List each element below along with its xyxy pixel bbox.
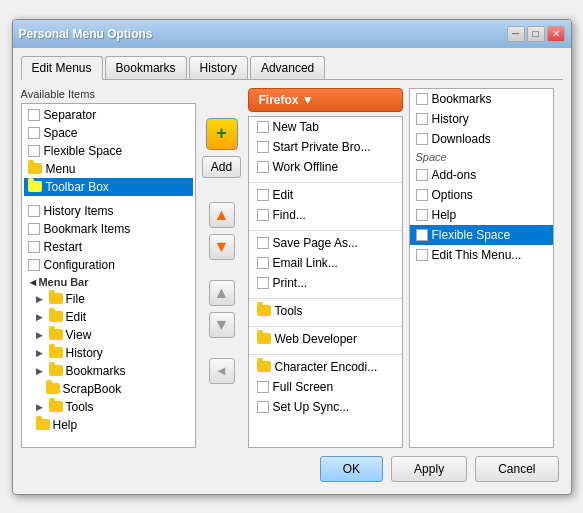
tree-item-help[interactable]: Help (24, 416, 193, 434)
maximize-button[interactable]: □ (527, 26, 545, 42)
check-icon (416, 209, 428, 221)
folder-icon (46, 383, 60, 394)
list-item-restart[interactable]: Restart (24, 238, 193, 256)
check-icon (416, 113, 428, 125)
tab-history[interactable]: History (189, 56, 248, 79)
arrow-icon: ▶ (36, 330, 46, 340)
check-icon (257, 141, 269, 153)
list-item-menu[interactable]: Menu (24, 160, 193, 178)
middle-controls: + Add ▲ ▼ ▲ ▼ ◄ (202, 88, 242, 448)
check-icon (257, 189, 269, 201)
title-bar: Personal Menu Options ─ □ ✕ (13, 20, 571, 48)
check-icon (257, 401, 269, 413)
tab-edit-menus[interactable]: Edit Menus (21, 56, 103, 80)
center-item-work-offline[interactable]: Work Offline (249, 157, 402, 177)
tab-bookmarks[interactable]: Bookmarks (105, 56, 187, 79)
check-icon (28, 223, 40, 235)
move-down-gray-button[interactable]: ▼ (209, 312, 235, 338)
right-item-bookmarks[interactable]: Bookmarks (410, 89, 553, 109)
move-up-button[interactable]: ▲ (209, 202, 235, 228)
list-item-toolbar-box[interactable]: Toolbar Box (24, 178, 193, 196)
right-item-options[interactable]: Options (410, 185, 553, 205)
center-item-edit[interactable]: Edit (249, 185, 402, 205)
cancel-button[interactable]: Cancel (475, 456, 558, 482)
folder-icon (49, 293, 63, 304)
arrow-icon: ▶ (36, 312, 46, 322)
check-icon (416, 133, 428, 145)
folder-icon (36, 419, 50, 430)
tree-item-edit[interactable]: ▶ Edit (24, 308, 193, 326)
check-icon (416, 249, 428, 261)
check-icon (257, 277, 269, 289)
center-item-tools[interactable]: Tools (249, 301, 402, 321)
move-down-button[interactable]: ▼ (209, 234, 235, 260)
left-panel: Available Items Separator Space Flexible… (21, 88, 196, 448)
minimize-button[interactable]: ─ (507, 26, 525, 42)
tab-advanced[interactable]: Advanced (250, 56, 325, 79)
add-button[interactable]: Add (202, 156, 241, 178)
check-icon (28, 259, 40, 271)
check-icon (28, 241, 40, 253)
tree-item-bookmarks[interactable]: ▶ Bookmarks (24, 362, 193, 380)
folder-icon (257, 305, 271, 316)
list-item-bookmark-items[interactable]: Bookmark Items (24, 220, 193, 238)
tree-item-history[interactable]: ▶ History (24, 344, 193, 362)
center-item-set-up-sync[interactable]: Set Up Sync... (249, 397, 402, 417)
check-icon (416, 229, 428, 241)
tree-item-scrapbook[interactable]: ScrapBook (24, 380, 193, 398)
list-item-history-items[interactable]: History Items (24, 202, 193, 220)
center-item-char-encoding[interactable]: Character Encodi... (249, 357, 402, 377)
right-item-add-ons[interactable]: Add-ons (410, 165, 553, 185)
center-item-full-screen[interactable]: Full Screen (249, 377, 402, 397)
check-icon (257, 237, 269, 249)
close-button[interactable]: ✕ (547, 26, 565, 42)
space-divider-label: Space (410, 149, 553, 165)
move-up-gray-button[interactable]: ▲ (209, 280, 235, 306)
list-item-separator[interactable]: Separator (24, 106, 193, 124)
add-item-button[interactable]: + (206, 118, 238, 150)
firefox-label: Firefox ▼ (259, 93, 314, 107)
check-icon (257, 161, 269, 173)
list-item-configuration[interactable]: Configuration (24, 256, 193, 274)
apply-button[interactable]: Apply (391, 456, 467, 482)
center-item-email-link[interactable]: Email Link... (249, 253, 402, 273)
center-panel: Firefox ▼ New Tab Start Private Bro... W… (248, 88, 403, 448)
window-controls: ─ □ ✕ (507, 26, 565, 42)
right-panel: Bookmarks History Downloads Space Add-on… (409, 88, 554, 448)
center-item-save-page[interactable]: Save Page As... (249, 233, 402, 253)
check-icon (257, 381, 269, 393)
tree-item-view[interactable]: ▶ View (24, 326, 193, 344)
center-item-start-private[interactable]: Start Private Bro... (249, 137, 402, 157)
right-item-downloads[interactable]: Downloads (410, 129, 553, 149)
check-icon (257, 209, 269, 221)
folder-icon (28, 163, 42, 174)
check-icon (416, 93, 428, 105)
center-item-find[interactable]: Find... (249, 205, 402, 225)
list-item-flexible-space[interactable]: Flexible Space (24, 142, 193, 160)
right-menu-list[interactable]: Bookmarks History Downloads Space Add-on… (409, 88, 554, 448)
ok-button[interactable]: OK (320, 456, 383, 482)
window-content: Edit Menus Bookmarks History Advanced Av… (13, 48, 571, 494)
folder-icon (28, 181, 42, 192)
center-item-new-tab[interactable]: New Tab (249, 117, 402, 137)
center-item-web-developer[interactable]: Web Developer (249, 329, 402, 349)
check-icon (416, 169, 428, 181)
move-left-button[interactable]: ◄ (209, 358, 235, 384)
available-items-list[interactable]: Separator Space Flexible Space Menu (21, 103, 196, 448)
right-item-edit-this-menu[interactable]: Edit This Menu... (410, 245, 553, 265)
center-item-print[interactable]: Print... (249, 273, 402, 293)
right-item-help[interactable]: Help (410, 205, 553, 225)
tree-item-tools[interactable]: ▶ Tools (24, 398, 193, 416)
arrow-icon: ▶ (36, 348, 46, 358)
firefox-menu-button[interactable]: Firefox ▼ (248, 88, 403, 112)
check-icon (416, 189, 428, 201)
main-area: Available Items Separator Space Flexible… (21, 88, 563, 448)
arrow-icon: ▶ (36, 294, 46, 304)
firefox-menu-list[interactable]: New Tab Start Private Bro... Work Offlin… (248, 116, 403, 448)
list-item-space[interactable]: Space (24, 124, 193, 142)
right-item-flexible-space[interactable]: Flexible Space (410, 225, 553, 245)
arrow-icon: ▶ (36, 366, 46, 376)
right-item-history[interactable]: History (410, 109, 553, 129)
window-title: Personal Menu Options (19, 27, 153, 41)
tree-item-file[interactable]: ▶ File (24, 290, 193, 308)
